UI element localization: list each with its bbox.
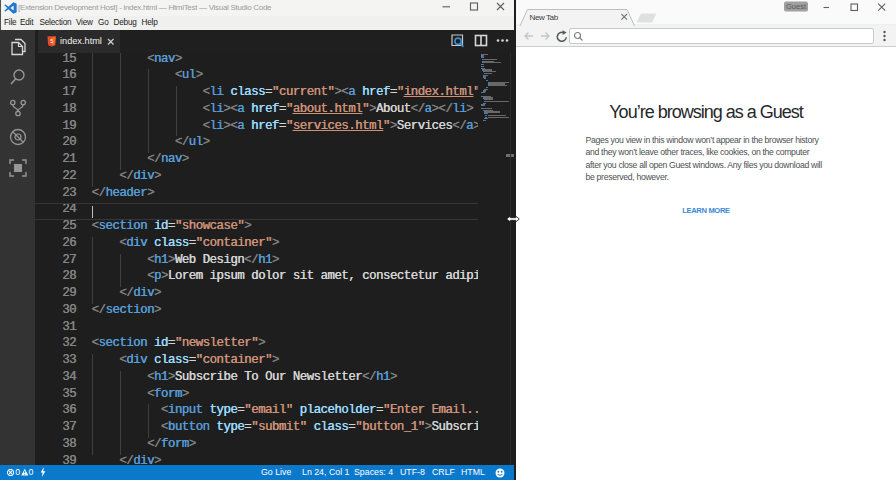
svg-text:Guest: Guest: [786, 2, 807, 11]
svg-text:New Tab: New Tab: [530, 13, 559, 22]
svg-text:5: 5: [50, 38, 53, 44]
